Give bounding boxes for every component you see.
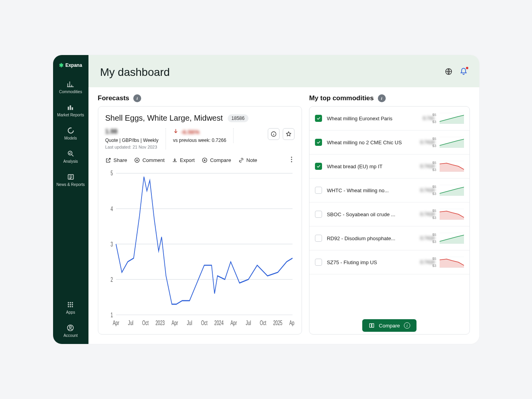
check-icon — [316, 164, 321, 169]
nav-group-main: Commodities Market Reports Models Analys… — [53, 80, 88, 187]
section-title: Forecasts — [98, 94, 129, 102]
svg-text:Jul: Jul — [187, 320, 192, 327]
delta-block: -6.56% vs previous week: 0.7266 — [173, 128, 234, 143]
info-button[interactable] — [268, 128, 280, 140]
commodity-checkbox[interactable] — [315, 235, 322, 242]
section-title: My top commodities — [309, 94, 374, 102]
brand-text: Expana — [65, 63, 82, 68]
nav-label: Apps — [66, 310, 75, 314]
svg-point-21 — [291, 156, 292, 158]
commodity-name: Wheat milling no 2 CME Chic US — [327, 140, 411, 145]
commodity-checkbox[interactable] — [315, 187, 322, 194]
nav-apps[interactable]: Apps — [64, 301, 77, 314]
commodity-name: RD92 - Disodium phosphate... — [327, 235, 411, 241]
more-menu-button[interactable] — [289, 156, 295, 164]
svg-point-16 — [70, 326, 72, 328]
sparkline-svg — [440, 113, 464, 124]
star-icon — [285, 131, 292, 137]
forecast-header: Shell Eggs, White Large, Midwest 18586 — [105, 114, 295, 123]
svg-text:5: 5 — [110, 170, 113, 177]
comment-button[interactable]: Comment — [134, 157, 164, 163]
commodity-checkbox[interactable] — [315, 163, 322, 170]
nav-analysis[interactable]: Analysis — [62, 150, 79, 164]
app-frame: ✱ Expana Commodities Market Reports Mode… — [53, 55, 479, 344]
commodity-row[interactable]: WHTC - Wheat milling no...0.7418$5$3 — [309, 178, 469, 202]
spark-hi: $5 — [433, 257, 436, 261]
info-icon — [271, 131, 277, 137]
nav-models[interactable]: Models — [63, 127, 78, 140]
svg-point-11 — [72, 304, 73, 305]
commodity-value: 0.7418 — [416, 164, 435, 169]
spark-hi: $5 — [433, 161, 436, 165]
commodity-row[interactable]: SBOC - Soyabean oil crude ...0.7418$5$3 — [309, 202, 469, 226]
commodities-column: My top commodities i Wheat milling Euron… — [309, 94, 469, 335]
sparkline-svg — [440, 137, 464, 148]
nav-commodities[interactable]: Commodities — [57, 80, 83, 94]
notification-dot — [466, 67, 468, 69]
spark-hi: $5 — [433, 209, 436, 213]
share-icon — [105, 157, 111, 163]
bar-chart-icon — [66, 80, 74, 88]
spark-hi: $5 — [433, 137, 436, 141]
commodity-row[interactable]: Wheat milling Euronext Paris0.741$5$3 — [309, 107, 469, 131]
commodity-row[interactable]: Wheat bread (EU) mp IT0.7418$5$3 — [309, 154, 469, 178]
note-button[interactable]: Note — [238, 157, 257, 163]
nav-news-reports[interactable]: News & Reports — [55, 173, 86, 187]
sidebar: ✱ Expana Commodities Market Reports Mode… — [53, 55, 88, 344]
svg-rect-0 — [68, 107, 69, 110]
forecast-title: Shell Eggs, White Large, Midwest — [105, 114, 223, 123]
star-button[interactable] — [283, 128, 295, 140]
compare-button[interactable]: Compare — [202, 157, 231, 163]
commodity-value: 0.7418 — [416, 140, 435, 145]
svg-text:Jul: Jul — [128, 320, 133, 327]
commodity-row[interactable]: Wheat milling no 2 CME Chic US0.7418$5$3 — [309, 131, 469, 154]
svg-text:Oct: Oct — [142, 320, 149, 327]
export-button[interactable]: Export — [172, 157, 195, 163]
commodity-checkbox[interactable] — [315, 211, 322, 218]
toolbar-label: Export — [180, 157, 195, 163]
svg-point-7 — [70, 302, 71, 303]
commodity-value: 0.7418 — [416, 211, 435, 217]
sparkline-svg — [440, 185, 464, 196]
nav-account[interactable]: Account — [62, 324, 79, 338]
globe-icon — [445, 68, 453, 75]
commodity-row[interactable]: RD92 - Disodium phosphate...0.7418$5$3 — [309, 226, 469, 250]
sparkline: $5$3 — [440, 257, 464, 268]
nav-market-reports[interactable]: Market Reports — [55, 103, 85, 117]
commodity-value: 0.7418 — [416, 235, 435, 241]
stat-actions — [268, 128, 295, 140]
commodities-heading: My top commodities i — [309, 94, 469, 102]
svg-point-3 — [68, 128, 73, 133]
commodity-row[interactable]: SZ75 - Fluting imp US0.7418$5$3 — [309, 250, 469, 274]
svg-text:Apr: Apr — [112, 320, 119, 327]
svg-text:2025: 2025 — [273, 320, 282, 327]
commodity-checkbox[interactable] — [315, 139, 322, 146]
compare-selected-button[interactable]: Compare i — [363, 319, 416, 332]
svg-text:3: 3 — [110, 241, 113, 248]
sparkline-svg — [440, 233, 464, 244]
content: Forecasts i Shell Eggs, White Large, Mid… — [88, 87, 479, 344]
sparkline: $5$3 — [440, 233, 464, 244]
svg-point-8 — [72, 302, 73, 303]
svg-point-6 — [68, 302, 69, 303]
commodity-checkbox[interactable] — [315, 259, 322, 266]
compare-icon — [369, 322, 375, 329]
sparkline: $5$3 — [440, 185, 464, 196]
stats-row: 1.98 Quote | GBP/lbs | Weekly Last updat… — [105, 128, 295, 149]
spinner-icon — [67, 127, 75, 134]
toolbar-label: Note — [247, 157, 257, 163]
info-icon[interactable]: i — [133, 94, 141, 102]
forecasts-column: Forecasts i Shell Eggs, White Large, Mid… — [98, 94, 302, 335]
spark-lo: $3 — [433, 240, 436, 244]
notifications-button[interactable] — [460, 68, 468, 77]
analysis-icon — [67, 150, 75, 158]
info-icon[interactable]: i — [378, 94, 386, 102]
commodity-checkbox[interactable] — [315, 115, 322, 122]
svg-text:Oct: Oct — [201, 320, 208, 327]
delta-sub: vs previous week: 0.7266 — [173, 138, 226, 143]
globe-button[interactable] — [445, 68, 453, 77]
share-button[interactable]: Share — [105, 157, 127, 163]
svg-rect-1 — [70, 105, 71, 110]
forecast-chart[interactable]: 12345AprJulOct2023AprJulOct2024AprJulOct… — [105, 167, 295, 329]
hero-icons — [445, 68, 468, 77]
